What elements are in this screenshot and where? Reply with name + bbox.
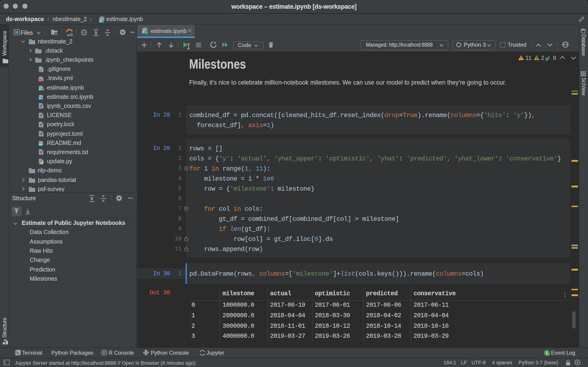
svg-text:IP: IP [99, 20, 102, 22]
svg-text:9: 9 [553, 55, 556, 60]
svg-text:2: 2 [541, 55, 544, 60]
svg-text:YML: YML [39, 79, 43, 81]
svg-text:IP: IP [143, 31, 145, 33]
svg-text:R: R [103, 350, 106, 355]
svg-text:11: 11 [525, 55, 531, 60]
svg-text:IP: IP [39, 88, 41, 91]
svg-text:1: 1 [545, 350, 548, 355]
svg-text:MD: MD [39, 143, 42, 146]
svg-text:IP: IP [39, 97, 41, 100]
